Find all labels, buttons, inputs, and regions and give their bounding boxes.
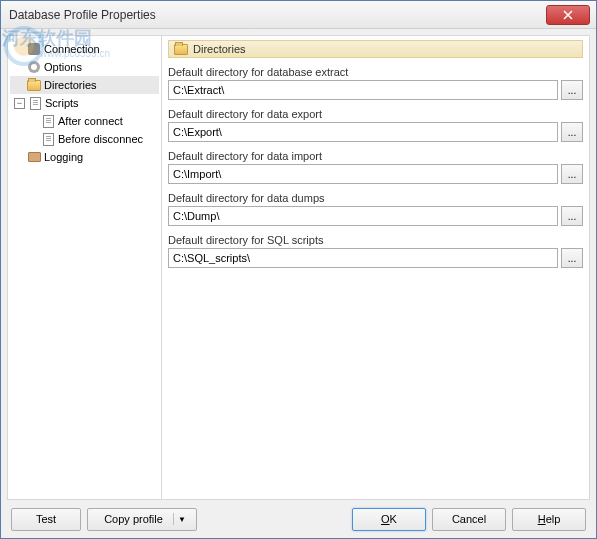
browse-button[interactable]: ... (561, 164, 583, 184)
sql-dir-input[interactable] (168, 248, 558, 268)
extract-dir-input[interactable] (168, 80, 558, 100)
ok-button[interactable]: OOKK (352, 508, 426, 531)
export-dir-input[interactable] (168, 122, 558, 142)
collapse-icon[interactable]: − (14, 98, 25, 109)
document-icon (40, 132, 56, 146)
field-label: Default directory for data import (168, 150, 583, 162)
help-button[interactable]: HelpHelp (512, 508, 586, 531)
tree-item-before-disconnect[interactable]: Before disconnec (10, 130, 159, 148)
field-import: Default directory for data import ... (168, 150, 583, 184)
log-icon (26, 150, 42, 164)
field-label: Default directory for database extract (168, 66, 583, 78)
test-button[interactable]: Test (11, 508, 81, 531)
browse-button[interactable]: ... (561, 80, 583, 100)
document-icon (27, 96, 43, 110)
folder-icon (26, 78, 42, 92)
gear-icon (26, 60, 42, 74)
browse-button[interactable]: ... (561, 122, 583, 142)
field-extract: Default directory for database extract .… (168, 66, 583, 100)
tree-label: Scripts (45, 97, 79, 109)
tree-item-connection[interactable]: Connection (10, 40, 159, 58)
tree-label: Before disconnec (58, 133, 143, 145)
settings-panel: Directories Default directory for databa… (162, 36, 589, 499)
copy-profile-label: Copy profile (94, 513, 174, 525)
field-label: Default directory for data dumps (168, 192, 583, 204)
window-title: Database Profile Properties (9, 8, 546, 22)
panel-header: Directories (168, 40, 583, 58)
dropdown-arrow-icon[interactable]: ▼ (174, 515, 190, 524)
close-button[interactable] (546, 5, 590, 25)
browse-button[interactable]: ... (561, 206, 583, 226)
plug-icon (26, 42, 42, 56)
close-icon (563, 10, 573, 20)
tree-label: Connection (44, 43, 100, 55)
tree-item-logging[interactable]: Logging (10, 148, 159, 166)
tree-item-directories[interactable]: Directories (10, 76, 159, 94)
tree-item-options[interactable]: Options (10, 58, 159, 76)
folder-icon (173, 42, 189, 56)
field-dumps: Default directory for data dumps ... (168, 192, 583, 226)
field-label: Default directory for data export (168, 108, 583, 120)
tree-label: After connect (58, 115, 123, 127)
nav-tree: Connection Options Directories − Scripts… (8, 36, 162, 499)
tree-label: Logging (44, 151, 83, 163)
copy-profile-button[interactable]: Copy profile ▼ (87, 508, 197, 531)
content-area: Connection Options Directories − Scripts… (7, 35, 590, 500)
dialog-footer: Test Copy profile ▼ OOKK Cancel HelpHelp (1, 500, 596, 538)
tree-label: Options (44, 61, 82, 73)
cancel-button[interactable]: Cancel (432, 508, 506, 531)
field-sql: Default directory for SQL scripts ... (168, 234, 583, 268)
document-icon (40, 114, 56, 128)
field-label: Default directory for SQL scripts (168, 234, 583, 246)
browse-button[interactable]: ... (561, 248, 583, 268)
tree-item-scripts[interactable]: − Scripts (10, 94, 159, 112)
tree-item-after-connect[interactable]: After connect (10, 112, 159, 130)
titlebar: Database Profile Properties (1, 1, 596, 29)
field-export: Default directory for data export ... (168, 108, 583, 142)
import-dir-input[interactable] (168, 164, 558, 184)
panel-title: Directories (193, 43, 246, 55)
dialog-window: Database Profile Properties Connection O… (0, 0, 597, 539)
tree-label: Directories (44, 79, 97, 91)
dump-dir-input[interactable] (168, 206, 558, 226)
